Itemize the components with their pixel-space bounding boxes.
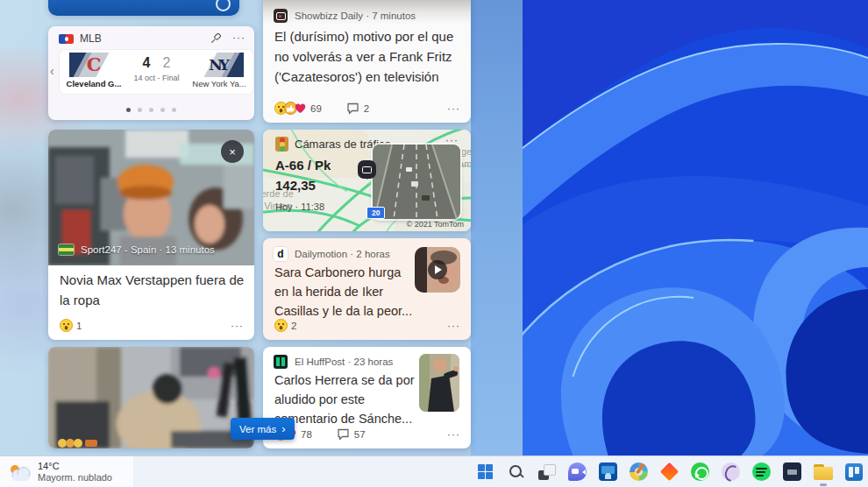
article-headline: Carlos Herrera se da por aludido por est…: [274, 371, 420, 428]
widgets-panel: MLB ··· ‹ › C Cleveland G...: [0, 0, 523, 455]
weather-temperature: 14°C: [38, 461, 112, 472]
pagination-dots[interactable]: [48, 108, 254, 112]
article-thumbnail: [419, 354, 459, 412]
bittorrent-button[interactable]: [720, 461, 742, 483]
article-headline: El (durísimo) motivo por el que no volve…: [274, 26, 462, 87]
article-meta: Sport247 - Spain · 13 minutos: [81, 244, 215, 255]
away-team-name: Cleveland G...: [67, 79, 122, 88]
ver-mas-label: Ver más: [239, 424, 276, 434]
card-more-button[interactable]: ···: [447, 102, 460, 115]
diamond-app-button[interactable]: [658, 461, 680, 483]
dailymotion-logo-icon: d: [274, 247, 288, 261]
surprised-emoji-icon: [274, 319, 288, 332]
widget-source: MLB: [80, 32, 102, 45]
windows11-bloom-wallpaper: [489, 0, 868, 455]
banner-glyph-icon: [216, 0, 231, 11]
remote-desktop-icon: [599, 462, 617, 481]
card-more-button[interactable]: ···: [231, 320, 244, 332]
surprised-emoji-icon: [60, 319, 73, 332]
dark-app-button[interactable]: [781, 461, 803, 483]
showbizz-logo-icon: [274, 9, 288, 23]
article-meta: Dailymotion · 2 horas: [295, 249, 390, 259]
trello-icon: [845, 463, 863, 481]
road-number-badge: 20: [366, 207, 385, 219]
comment-count: 2: [364, 103, 369, 114]
whatsapp-button[interactable]: [689, 461, 711, 483]
reaction-count: 78: [301, 429, 312, 440]
article-image: [48, 347, 254, 448]
huffpost-logo-icon: [274, 355, 288, 369]
spotify-icon: [752, 462, 771, 481]
running-app-indicator: [820, 483, 827, 486]
game-score-strip[interactable]: C Cleveland G... 4 2 14 oct - Final NY N…: [60, 50, 253, 94]
reaction-button[interactable]: [60, 319, 69, 332]
mlb-widget-card[interactable]: MLB ··· ‹ › C Cleveland G...: [48, 26, 254, 120]
camera-map-pin-icon[interactable]: [358, 160, 376, 179]
top-banner-card[interactable]: [48, 0, 239, 16]
home-score: 2: [163, 55, 171, 71]
away-score: 4: [143, 55, 151, 71]
news-card-photo[interactable]: [48, 347, 254, 448]
task-view-button[interactable]: [536, 461, 558, 483]
trello-button[interactable]: [843, 461, 864, 483]
news-card-showbizz[interactable]: Showbizz Daily · 7 minutos El (durísimo)…: [263, 0, 471, 123]
game-status: 14 oct - Final: [133, 74, 179, 82]
windows-start-icon: [478, 464, 494, 480]
reaction-button[interactable]: [274, 319, 284, 332]
article-headline: Sara Carbonero hurga en la herida de Ike…: [274, 263, 413, 321]
comments-button[interactable]: 2: [346, 102, 369, 115]
comment-icon: [337, 428, 350, 441]
file-explorer-button[interactable]: [812, 461, 834, 483]
paint-palette-icon: [630, 462, 648, 481]
traffic-light-icon: [275, 137, 288, 152]
start-button[interactable]: [474, 461, 496, 483]
ver-mas-button[interactable]: Ver más ›: [231, 418, 295, 440]
paint-button[interactable]: [628, 461, 650, 483]
comment-count: 57: [354, 429, 366, 440]
diamond-app-icon: [660, 462, 679, 481]
dark-app-icon: [783, 462, 801, 481]
file-explorer-icon: [814, 464, 833, 480]
chat-button[interactable]: [566, 461, 588, 483]
article-meta: Showbizz Daily · 7 minutos: [295, 11, 416, 21]
search-button[interactable]: [505, 461, 527, 483]
news-card-verstappen[interactable]: × Sport247 - Spain · 13 minutos Novia Ma…: [48, 130, 254, 340]
reaction-button[interactable]: [274, 102, 303, 115]
close-card-button[interactable]: ×: [221, 140, 244, 163]
pin-icon[interactable]: [210, 32, 222, 44]
taskbar-weather-widget[interactable]: 14°C Mayorm. nublado: [0, 456, 133, 487]
task-view-icon: [538, 464, 556, 480]
reaction-count: 2: [291, 321, 296, 331]
chevron-right-icon: ›: [281, 422, 285, 435]
news-card-huffpost[interactable]: El HuffPost · 23 horas Carlos Herrera se…: [263, 347, 471, 448]
card-more-button[interactable]: ···: [232, 32, 245, 44]
reaction-count: 69: [310, 103, 322, 114]
video-thumbnail[interactable]: [415, 247, 460, 293]
whatsapp-icon: [691, 462, 709, 481]
play-button[interactable]: [428, 260, 447, 279]
news-card-dailymotion[interactable]: d Dailymotion · 2 horas Sara Carbonero h…: [263, 238, 471, 340]
score-center: 4 2 14 oct - Final: [133, 50, 179, 94]
spotify-button[interactable]: [751, 461, 772, 483]
comment-icon: [346, 102, 359, 115]
guardians-logo: C: [87, 55, 102, 74]
remote-desktop-button[interactable]: [597, 461, 619, 483]
camera-road: A-66 / Pk: [275, 158, 331, 173]
camera-km: 142,35: [275, 178, 316, 193]
prev-game-button[interactable]: ‹: [50, 65, 54, 77]
search-icon: [509, 464, 524, 480]
home-team-name: New York Ya...: [192, 79, 245, 88]
camera-thumbnail[interactable]: [373, 145, 460, 219]
traffic-cameras-widget[interactable]: Cámaras de tráfico ··· La Virgen del Cam…: [263, 130, 471, 231]
weather-condition: Mayorm. nublado: [38, 472, 112, 483]
map-attribution: © 2021 TomTom: [407, 220, 465, 229]
card-more-button[interactable]: ···: [447, 320, 460, 332]
away-team: C Cleveland G...: [65, 50, 123, 94]
comments-button[interactable]: 57: [337, 428, 366, 441]
reaction-count: 1: [76, 321, 82, 331]
article-headline: Novia Max Verstappen fuera de la ropa: [60, 270, 245, 310]
camera-updated-time: Hoy · 11:38: [275, 201, 324, 212]
panel-blur-edge: [471, 0, 523, 455]
desktop: MLB ··· ‹ › C Cleveland G...: [0, 0, 868, 487]
card-more-button[interactable]: ···: [447, 428, 460, 441]
